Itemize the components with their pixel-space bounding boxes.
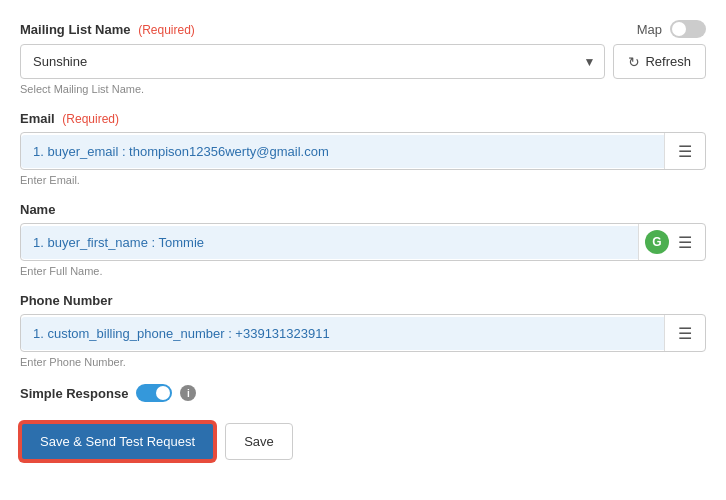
name-menu-icon[interactable]: ☰ xyxy=(671,228,699,256)
name-label: Name xyxy=(20,202,55,217)
phone-field-icons: ☰ xyxy=(664,315,705,351)
name-hint: Enter Full Name. xyxy=(20,265,706,277)
email-field-icons: ☰ xyxy=(664,133,705,169)
mailing-list-select-wrapper: Sunshine ▼ xyxy=(20,44,605,79)
mailing-list-section: Mailing List Name (Required) Map Sunshin… xyxy=(20,20,706,95)
phone-hint: Enter Phone Number. xyxy=(20,356,706,368)
email-field-value: 1. buyer_email : thompison12356werty@gma… xyxy=(21,135,664,168)
map-label: Map xyxy=(637,22,662,37)
email-field-row: 1. buyer_email : thompison12356werty@gma… xyxy=(20,132,706,170)
g-refresh-icon[interactable]: G xyxy=(645,230,669,254)
email-label: Email xyxy=(20,111,55,126)
email-menu-icon[interactable]: ☰ xyxy=(671,137,699,165)
simple-response-info-icon[interactable]: i xyxy=(180,385,196,401)
email-label-group: Email (Required) xyxy=(20,111,119,126)
mailing-list-select[interactable]: Sunshine xyxy=(20,44,605,79)
name-field-value: 1. buyer_first_name : Tommie xyxy=(21,226,638,259)
simple-response-toggle[interactable] xyxy=(136,384,172,402)
mailing-list-label-group: Mailing List Name (Required) xyxy=(20,22,195,37)
phone-field-row: 1. custom_billing_phone_number : +339131… xyxy=(20,314,706,352)
phone-menu-icon[interactable]: ☰ xyxy=(671,319,699,347)
map-row: Map xyxy=(637,20,706,38)
simple-response-label: Simple Response xyxy=(20,386,128,401)
phone-field-value: 1. custom_billing_phone_number : +339131… xyxy=(21,317,664,350)
save-and-send-button[interactable]: Save & Send Test Request xyxy=(20,422,215,461)
name-field-row: 1. buyer_first_name : Tommie G ☰ xyxy=(20,223,706,261)
phone-label-row: Phone Number xyxy=(20,293,706,308)
email-label-row: Email (Required) xyxy=(20,111,706,126)
bottom-button-row: Save & Send Test Request Save xyxy=(20,422,706,461)
refresh-icon: ↻ xyxy=(628,54,640,70)
simple-response-row: Simple Response i xyxy=(20,384,706,402)
mailing-list-label-row: Mailing List Name (Required) Map xyxy=(20,20,706,38)
name-section: Name 1. buyer_first_name : Tommie G ☰ En… xyxy=(20,202,706,277)
mailing-list-hint: Select Mailing List Name. xyxy=(20,83,706,95)
email-hint: Enter Email. xyxy=(20,174,706,186)
mailing-list-dropdown-row: Sunshine ▼ ↻ Refresh xyxy=(20,44,706,79)
map-toggle[interactable] xyxy=(670,20,706,38)
mailing-list-required: (Required) xyxy=(138,23,195,37)
phone-section: Phone Number 1. custom_billing_phone_num… xyxy=(20,293,706,368)
mailing-list-label: Mailing List Name xyxy=(20,22,131,37)
name-field-icons: G ☰ xyxy=(638,224,705,260)
email-section: Email (Required) 1. buyer_email : thompi… xyxy=(20,111,706,186)
name-label-row: Name xyxy=(20,202,706,217)
refresh-button[interactable]: ↻ Refresh xyxy=(613,44,706,79)
email-required: (Required) xyxy=(62,112,119,126)
phone-label: Phone Number xyxy=(20,293,112,308)
save-button[interactable]: Save xyxy=(225,423,293,460)
refresh-label: Refresh xyxy=(645,54,691,69)
